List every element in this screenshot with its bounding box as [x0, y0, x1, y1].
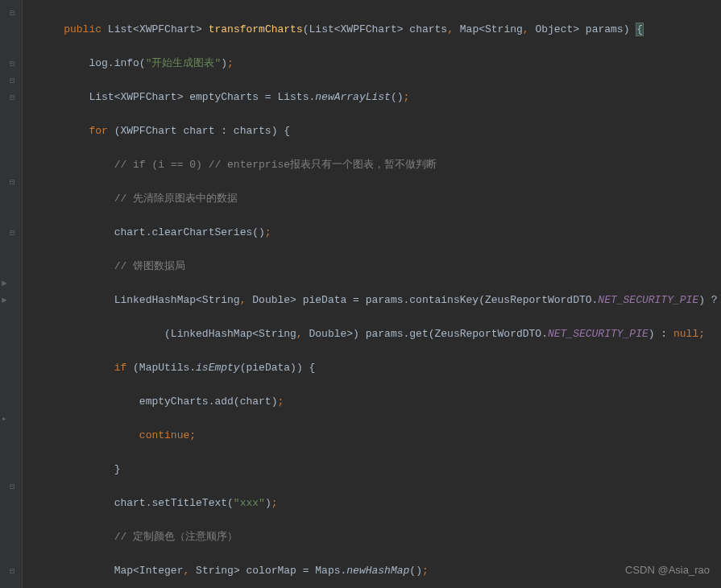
- code-line: }: [39, 461, 721, 478]
- code-line: LinkedHashMap<String, Double> pieData = …: [39, 292, 721, 308]
- code-line: public List<XWPFChart> transformCharts(L…: [39, 21, 721, 38]
- code-line: Map<Integer, String> colorMap = Maps.new…: [39, 562, 721, 579]
- code-line: if (MapUtils.isEmpty(pieData)) {: [39, 359, 721, 376]
- code-line: for (XWPFChart chart : charts) {: [39, 122, 721, 139]
- code-line: continue;: [39, 427, 721, 444]
- arrow-marker: ►: [2, 292, 7, 309]
- code-line: // if (i == 0) // enterprise报表只有一个图表，暂不做…: [39, 156, 721, 173]
- code-line: (LinkedHashMap<String, Double>) params.g…: [39, 325, 721, 342]
- fold-marker[interactable]: ⊟: [10, 478, 18, 487]
- editor-area: ⊟ ⊟ ⊟ ⊟ ⊟ ⊟ ► ► ▸ ⊟ ⊟ public List<XWPFCh…: [0, 0, 721, 588]
- fold-marker[interactable]: ⊟: [10, 5, 18, 13]
- code-line: emptyCharts.add(chart);: [39, 393, 721, 410]
- fold-marker[interactable]: ⊟: [10, 563, 18, 571]
- code-line: // 定制颜色（注意顺序）: [39, 528, 721, 545]
- code-line: // 饼图数据局: [39, 258, 721, 275]
- watermark: CSDN @Asia_rao: [625, 561, 710, 578]
- arrow-marker: ▸: [2, 411, 7, 428]
- code-area[interactable]: public List<XWPFChart> transformCharts(L…: [23, 0, 721, 588]
- fold-marker[interactable]: ⊟: [10, 225, 18, 233]
- fold-marker[interactable]: ⊟: [10, 56, 18, 64]
- code-line: chart.clearChartSeries();: [39, 224, 721, 241]
- fold-marker[interactable]: ⊟: [10, 89, 18, 97]
- arrow-marker: ►: [2, 275, 7, 292]
- code-line: // 先清除原图表中的数据: [39, 190, 721, 207]
- fold-marker[interactable]: ⊟: [10, 72, 18, 81]
- gutter: ⊟ ⊟ ⊟ ⊟ ⊟ ⊟ ► ► ▸ ⊟ ⊟: [0, 0, 23, 588]
- fold-marker[interactable]: ⊟: [10, 174, 18, 182]
- code-line: chart.setTitleText("xxx");: [39, 495, 721, 511]
- code-line: log.info("开始生成图表");: [39, 55, 721, 72]
- code-line: List<XWPFChart> emptyCharts = Lists.newA…: [39, 89, 721, 106]
